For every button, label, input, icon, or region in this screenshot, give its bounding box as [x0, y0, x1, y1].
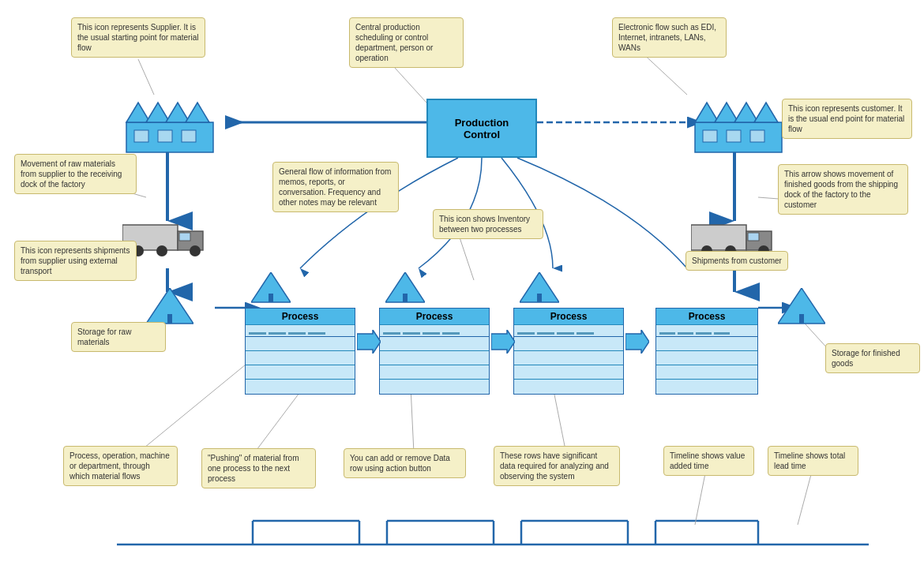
- svg-marker-45: [146, 103, 170, 122]
- process-4-row1: [656, 337, 757, 351]
- svg-marker-53: [715, 103, 738, 122]
- process-1-row2: [246, 351, 355, 365]
- process-1-header: Process: [246, 309, 355, 325]
- process-3-row1: [514, 337, 623, 351]
- svg-rect-76: [403, 294, 408, 302]
- svg-marker-81: [357, 330, 381, 354]
- svg-marker-46: [166, 103, 190, 122]
- process1-triangle: [251, 272, 291, 307]
- svg-rect-49: [158, 130, 172, 142]
- process-2-row2: [380, 351, 489, 365]
- process-4-row3: [656, 365, 757, 380]
- push-arrow-3-4: [625, 330, 649, 355]
- svg-rect-80: [799, 314, 804, 324]
- process-2-row1: [380, 337, 489, 351]
- process-2-row4: [380, 380, 489, 394]
- process3-triangle: [520, 272, 559, 307]
- svg-marker-82: [491, 330, 515, 354]
- svg-rect-67: [748, 233, 759, 241]
- svg-rect-48: [134, 130, 148, 142]
- svg-rect-58: [750, 130, 764, 142]
- callout-storage-finished: Storage for finished goods: [825, 343, 920, 373]
- process-2-row3: [380, 365, 489, 380]
- callout-pushing-material: "Pushing" of material from one process t…: [201, 448, 316, 488]
- callout-raw-material: Movement of raw materials from supplier …: [14, 154, 137, 194]
- callout-electronic-flow: Electronic flow such as EDI, Internet, i…: [612, 17, 727, 58]
- svg-rect-78: [537, 294, 542, 302]
- customer-factory: [691, 91, 786, 154]
- production-control-box: Production Control: [426, 99, 537, 158]
- process-3-row4: [514, 380, 623, 394]
- svg-rect-50: [182, 130, 196, 142]
- process-box-4: Process: [655, 308, 758, 395]
- callout-info-flow: General flow of information from memos, …: [272, 162, 399, 212]
- callout-add-remove-rows: You can add or remove Data row using act…: [344, 448, 466, 478]
- callout-timeline-lead: Timeline shows total lead time: [768, 446, 858, 476]
- svg-rect-61: [179, 233, 190, 241]
- svg-marker-54: [734, 103, 758, 122]
- svg-marker-55: [754, 103, 778, 122]
- svg-rect-57: [727, 130, 741, 142]
- callout-supplier-icon: This icon represents Supplier. It is the…: [71, 17, 205, 58]
- callout-timeline-value: Timeline shows value added time: [663, 446, 754, 476]
- svg-marker-52: [695, 103, 719, 122]
- process-3-row3: [514, 365, 623, 380]
- push-arrow-2-3: [491, 330, 515, 355]
- callout-significant-rows: These rows have significant data require…: [494, 446, 620, 486]
- svg-point-63: [156, 245, 167, 256]
- callout-process-machine: Process, operation, machine or departmen…: [63, 446, 178, 486]
- production-control-label: Production Control: [455, 117, 509, 140]
- svg-rect-65: [691, 225, 746, 250]
- callout-shipment-supplier: This icon represents shipments from supp…: [14, 241, 137, 281]
- process-4-row4: [656, 380, 757, 394]
- process-box-3: Process: [513, 308, 624, 395]
- finished-goods-triangle: [778, 288, 825, 329]
- svg-marker-47: [186, 103, 209, 122]
- callout-finished-goods: This arrow shows movement of finished go…: [778, 164, 908, 215]
- process-3-header: Process: [514, 309, 623, 325]
- callout-shipments-customer: Shipments from customer: [685, 251, 788, 271]
- svg-rect-56: [703, 130, 717, 142]
- process2-triangle: [385, 272, 425, 307]
- svg-marker-44: [126, 103, 150, 122]
- svg-point-64: [190, 245, 201, 256]
- svg-line-31: [458, 233, 474, 280]
- process-4-header: Process: [656, 309, 757, 325]
- svg-line-25: [138, 59, 154, 95]
- callout-storage-raw: Storage for raw materials: [71, 322, 166, 352]
- process-4-row2: [656, 351, 757, 365]
- supplier-factory: [122, 91, 217, 154]
- callout-customer-icon: This icon represents customer. It is the…: [782, 99, 912, 139]
- process-box-2: Process: [379, 308, 490, 395]
- process-2-header: Process: [380, 309, 489, 325]
- process-3-row2: [514, 351, 623, 365]
- process-1-row3: [246, 365, 355, 380]
- process-1-row4: [246, 380, 355, 394]
- process-1-row1: [246, 337, 355, 351]
- svg-rect-72: [167, 314, 172, 324]
- push-arrow-1-2: [357, 330, 381, 355]
- callout-inventory-icon: This icon shows Inventory between two pr…: [433, 209, 543, 239]
- svg-rect-74: [269, 294, 273, 302]
- callout-prod-control: Central production scheduling or control…: [349, 17, 464, 68]
- process-box-1: Process: [245, 308, 355, 395]
- svg-marker-83: [625, 330, 649, 354]
